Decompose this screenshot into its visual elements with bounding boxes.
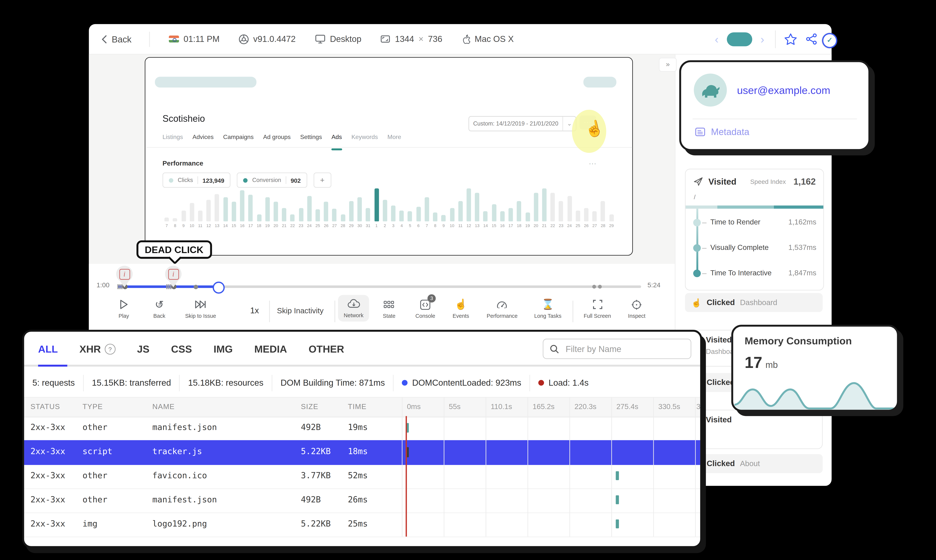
issue-marker[interactable]: i	[116, 266, 133, 282]
skip-to-issue-button[interactable]: Skip to Issue	[185, 299, 216, 319]
network-tab-media[interactable]: MEDIA	[254, 343, 287, 355]
back-button[interactable]: Back	[89, 34, 132, 44]
tabs-underline	[24, 365, 700, 366]
user-email[interactable]: user@example.com	[737, 84, 830, 96]
event-row-clicked-dashboard[interactable]: ☝ Clicked Dashboard	[685, 293, 823, 312]
chart-bar-label: 24	[307, 223, 312, 228]
site-tab-advices[interactable]: Advices	[193, 133, 214, 144]
wf-separator	[653, 397, 654, 537]
chart-bar-col: 12	[465, 188, 473, 228]
network-tab-xhr[interactable]: XHR ?	[79, 343, 116, 355]
playback-speed-button[interactable]: 1x	[250, 306, 259, 315]
chart-bar-col: 27	[591, 188, 599, 228]
next-session-icon[interactable]: ›	[760, 33, 764, 45]
chevron-down-icon: ⌄	[563, 120, 576, 127]
col-type[interactable]: TYPE	[83, 403, 103, 410]
chart-bar-col: 28	[339, 188, 347, 228]
table-row-selected[interactable]: 2xx-3xx script tracker.js 5.22KB 18ms	[24, 440, 700, 465]
network-tab-img[interactable]: IMG	[214, 343, 233, 355]
col-size[interactable]: SIZE	[301, 403, 318, 410]
chart-bar-col: 1	[372, 188, 381, 228]
clicks-value: 123,949	[202, 177, 224, 183]
metadata-button[interactable]: Metadata	[695, 127, 749, 137]
visited-event-card[interactable]: Visited Speed Index 1,162 / Time to Rend…	[685, 169, 824, 291]
events-panel-button[interactable]: ☝ Events	[453, 299, 469, 319]
playhead-knob[interactable]	[213, 282, 225, 294]
collapse-sidebar-button[interactable]: »	[659, 58, 677, 72]
long-tasks-panel-button[interactable]: ⌛ Long Tasks	[534, 299, 561, 319]
clicks-chip[interactable]: Clicks 123,949	[162, 172, 231, 188]
chart-bar-label: 28	[341, 223, 345, 228]
table-row[interactable]: 2xx-3xx other manifest.json 492B 26ms	[24, 488, 700, 513]
filter-input[interactable]	[564, 343, 685, 354]
state-panel-button[interactable]: State	[383, 299, 395, 319]
autoplay-toggle[interactable]: ✓	[727, 32, 753, 46]
section-menu-icon[interactable]: ...	[589, 158, 597, 166]
console-panel-button[interactable]: 3 Console	[415, 299, 435, 319]
chart-bar	[307, 196, 312, 222]
prev-session-icon[interactable]: ‹	[715, 33, 719, 45]
chart-bar-label: 15	[492, 223, 496, 228]
chart-bar-col: 15	[230, 188, 238, 228]
performance-bars: 7891011121314151617181920212223242526272…	[162, 188, 616, 228]
conversion-chip[interactable]: Conversion 902	[237, 172, 307, 188]
col-status[interactable]: STATUS	[31, 403, 60, 410]
network-panel-button[interactable]: Network	[338, 295, 369, 322]
site-tab-more[interactable]: More	[387, 133, 401, 144]
issue-marker[interactable]: i	[165, 266, 182, 282]
site-tab-ads[interactable]: Ads	[332, 133, 342, 144]
chart-bar-col: 29	[607, 188, 616, 228]
col-name[interactable]: NAME	[153, 403, 175, 410]
header-actions: ‹ ✓ ›	[715, 30, 831, 48]
chart-bar-label: 4	[401, 223, 402, 228]
back-label: Back	[112, 34, 132, 44]
waterfall-bar	[616, 519, 619, 528]
event-card-visited[interactable]: Visited	[685, 410, 823, 449]
chart-bar	[483, 211, 488, 221]
date-range-select[interactable]: Custom: 14/12/2019 - 21/01/2020 ⌄	[469, 116, 577, 131]
event-tick	[117, 284, 118, 289]
vital-row: Time to Render 1,162ms	[686, 216, 823, 229]
timeline-track[interactable]	[117, 285, 641, 288]
events-label: Events	[453, 313, 469, 319]
network-tab-other[interactable]: OTHER	[309, 343, 344, 355]
rhino-icon	[700, 82, 721, 99]
site-tab-listings[interactable]: Listings	[162, 133, 183, 144]
favorite-star-icon[interactable]	[784, 33, 797, 45]
chart-bar-label: 11	[458, 223, 463, 228]
marker-tail	[120, 281, 129, 287]
site-tab-keywords[interactable]: Keywords	[352, 133, 378, 144]
table-row[interactable]: 2xx-3xx other favicon.ico 3.77KB 52ms	[24, 464, 700, 489]
stat-requests: 5: requests	[24, 374, 84, 391]
help-icon[interactable]: ?	[105, 344, 116, 355]
chart-bar-label: 8	[174, 223, 176, 228]
site-tab-campaigns[interactable]: Campaigns	[223, 133, 254, 144]
chart-bar-label: 29	[349, 223, 354, 228]
full-screen-button[interactable]: Full Screen	[584, 299, 611, 319]
performance-panel-button[interactable]: Performance	[487, 299, 518, 319]
site-tab-settings[interactable]: Settings	[300, 133, 322, 144]
network-tab-js[interactable]: JS	[137, 343, 150, 355]
viewport-height: 736	[428, 34, 442, 44]
site-tab-ad-groups[interactable]: Ad groups	[263, 133, 291, 144]
visit-send-icon	[693, 176, 703, 186]
avatar	[694, 74, 727, 106]
event-row-clicked-about[interactable]: ☝ Clicked About	[685, 454, 823, 473]
browser-version-label: v91.0.4472	[253, 34, 296, 44]
table-row[interactable]: 2xx-3xx other manifest.json 492B 19ms	[24, 416, 700, 441]
add-metric-button[interactable]: +	[313, 172, 331, 188]
cell-status: 2xx-3xx	[31, 422, 65, 432]
network-tab-all[interactable]: ALL	[38, 343, 58, 355]
back-10s-button[interactable]: ↺10 Back	[153, 299, 165, 319]
col-time[interactable]: TIME	[348, 403, 367, 410]
share-icon[interactable]	[805, 33, 817, 45]
divider	[197, 176, 198, 184]
cell-size: 3.77KB	[301, 471, 331, 480]
network-tab-css[interactable]: CSS	[171, 343, 192, 355]
table-row[interactable]: 2xx-3xx img logo192.png 5.22KB 25ms	[24, 512, 700, 537]
skip-inactivity-button[interactable]: Skip Inactivity	[277, 306, 324, 315]
inspect-button[interactable]: Inspect	[628, 299, 646, 319]
play-button[interactable]: Play	[119, 299, 129, 319]
event-label: Visited	[706, 415, 732, 424]
chart-bar	[332, 209, 337, 222]
